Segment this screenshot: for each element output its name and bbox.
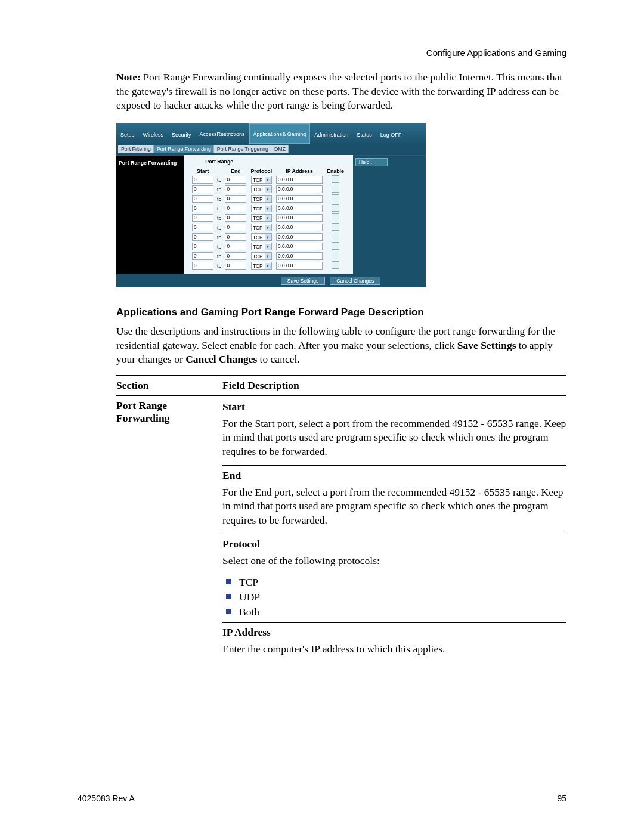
enable-checkbox[interactable] — [332, 204, 339, 212]
end-input[interactable]: 0 — [225, 195, 246, 203]
table-row: 0to0TCP▾0.0.0.0 — [190, 261, 346, 271]
end-input[interactable]: 0 — [225, 176, 246, 184]
router-screenshot: SetupWirelessSecurityAccessRestrictionsA… — [116, 123, 426, 287]
subtab-port-range-forwarding[interactable]: Port Range Forwarding — [154, 145, 214, 153]
enable-checkbox[interactable] — [332, 242, 339, 250]
main-tabs: SetupWirelessSecurityAccessRestrictionsA… — [116, 123, 426, 144]
enable-checkbox[interactable] — [332, 233, 339, 240]
start-input[interactable]: 0 — [192, 176, 213, 184]
start-input[interactable]: 0 — [192, 252, 213, 260]
protocol-select[interactable]: TCP▾ — [251, 195, 272, 203]
enable-checkbox[interactable] — [332, 194, 339, 202]
tab-setup[interactable]: Setup — [116, 123, 139, 144]
chevron-down-icon: ▾ — [265, 234, 271, 240]
to-label: to — [215, 242, 223, 252]
end-input[interactable]: 0 — [225, 252, 246, 260]
enable-checkbox[interactable] — [332, 261, 339, 269]
to-label: to — [215, 185, 223, 194]
protocol-select[interactable]: TCP▾ — [251, 243, 272, 250]
note-paragraph: Note: Port Range Forwarding continually … — [116, 70, 566, 113]
ip-input[interactable]: 0.0.0.0 — [276, 262, 323, 270]
chevron-down-icon: ▾ — [265, 206, 271, 212]
ip-input[interactable]: 0.0.0.0 — [276, 214, 323, 222]
enable-checkbox[interactable] — [332, 213, 339, 221]
field-body: Select one of the following protocols: — [222, 553, 566, 573]
enable-checkbox[interactable] — [332, 223, 339, 231]
chevron-down-icon: ▾ — [265, 215, 271, 221]
to-label: to — [215, 175, 223, 185]
tab-administration[interactable]: Administration — [310, 123, 352, 144]
tab-status[interactable]: Status — [352, 123, 376, 144]
intro-bold-2: Cancel Changes — [185, 353, 257, 365]
field-title: Start — [222, 400, 566, 416]
end-input[interactable]: 0 — [225, 205, 246, 212]
start-input[interactable]: 0 — [192, 233, 213, 241]
tab-applications-gaming[interactable]: Applications& Gaming — [249, 123, 311, 144]
end-input[interactable]: 0 — [225, 233, 246, 241]
field-body: Enter the computer's IP address to which… — [222, 641, 566, 661]
sub-tabs: Port FilteringPort Range ForwardingPort … — [116, 144, 426, 155]
ip-input[interactable]: 0.0.0.0 — [276, 233, 323, 241]
to-label: to — [215, 261, 223, 271]
protocol-select[interactable]: TCP▾ — [251, 252, 272, 260]
start-input[interactable]: 0 — [192, 262, 213, 270]
subtab-port-filtering[interactable]: Port Filtering — [118, 145, 154, 153]
table-row: 0to0TCP▾0.0.0.0 — [190, 252, 346, 261]
start-input[interactable]: 0 — [192, 195, 213, 203]
protocol-select[interactable]: TCP▾ — [251, 176, 272, 184]
tab-log-off[interactable]: Log OFF — [376, 123, 406, 144]
protocol-list: TCPUDPBoth — [222, 575, 566, 620]
end-input[interactable]: 0 — [225, 243, 246, 250]
ip-input[interactable]: 0.0.0.0 — [276, 185, 323, 193]
protocol-select[interactable]: TCP▾ — [251, 214, 272, 222]
to-label: to — [215, 213, 223, 223]
enable-checkbox[interactable] — [332, 175, 339, 183]
end-input[interactable]: 0 — [225, 214, 246, 222]
list-item: TCP — [222, 575, 566, 590]
form-area: Port Range StartEndProtocolIP AddressEna… — [184, 155, 353, 274]
save-settings-button[interactable]: Save Settings — [281, 277, 325, 285]
start-input[interactable]: 0 — [192, 224, 213, 231]
start-input[interactable]: 0 — [192, 214, 213, 222]
end-input[interactable]: 0 — [225, 262, 246, 270]
description-table: Section Field Description Port Range For… — [116, 375, 566, 665]
protocol-select[interactable]: TCP▾ — [251, 224, 272, 231]
ip-input[interactable]: 0.0.0.0 — [276, 243, 323, 250]
table-row: 0to0TCP▾0.0.0.0 — [190, 204, 346, 213]
protocol-select[interactable]: TCP▾ — [251, 233, 272, 241]
subtab-port-range-triggering[interactable]: Port Range Triggering — [214, 145, 271, 153]
col-spacer — [215, 167, 223, 175]
enable-checkbox[interactable] — [332, 252, 339, 259]
enable-checkbox[interactable] — [332, 185, 339, 193]
start-input[interactable]: 0 — [192, 185, 213, 193]
chevron-down-icon: ▾ — [265, 177, 271, 183]
tab-wireless[interactable]: Wireless — [139, 123, 168, 144]
chevron-down-icon: ▾ — [265, 225, 271, 231]
ip-input[interactable]: 0.0.0.0 — [276, 252, 323, 260]
table-row: 0to0TCP▾0.0.0.0 — [190, 194, 346, 204]
end-input[interactable]: 0 — [225, 185, 246, 193]
tab-security[interactable]: Security — [168, 123, 196, 144]
list-item: Both — [222, 605, 566, 620]
ip-input[interactable]: 0.0.0.0 — [276, 176, 323, 184]
chapter-title: Configure Applications and Gaming — [426, 48, 566, 58]
help-button[interactable]: Help... — [355, 158, 388, 166]
cancel-changes-button[interactable]: Cancel Changes — [330, 277, 380, 285]
ip-input[interactable]: 0.0.0.0 — [276, 195, 323, 203]
ip-input[interactable]: 0.0.0.0 — [276, 224, 323, 231]
chevron-down-icon: ▾ — [265, 244, 271, 250]
ip-input[interactable]: 0.0.0.0 — [276, 205, 323, 212]
start-input[interactable]: 0 — [192, 205, 213, 212]
col-end: End — [223, 167, 248, 175]
help-column: Help... — [353, 155, 426, 274]
start-input[interactable]: 0 — [192, 243, 213, 250]
subtab-dmz[interactable]: DMZ — [271, 145, 289, 153]
note-body: Port Range Forwarding continually expose… — [116, 71, 562, 111]
col-ip-address: IP Address — [274, 167, 324, 175]
protocol-select[interactable]: TCP▾ — [251, 205, 272, 212]
protocol-select[interactable]: TCP▾ — [251, 262, 272, 270]
chevron-down-icon: ▾ — [265, 187, 271, 193]
protocol-select[interactable]: TCP▾ — [251, 185, 272, 193]
end-input[interactable]: 0 — [225, 224, 246, 231]
tab-access-restrictions[interactable]: AccessRestrictions — [196, 123, 249, 144]
